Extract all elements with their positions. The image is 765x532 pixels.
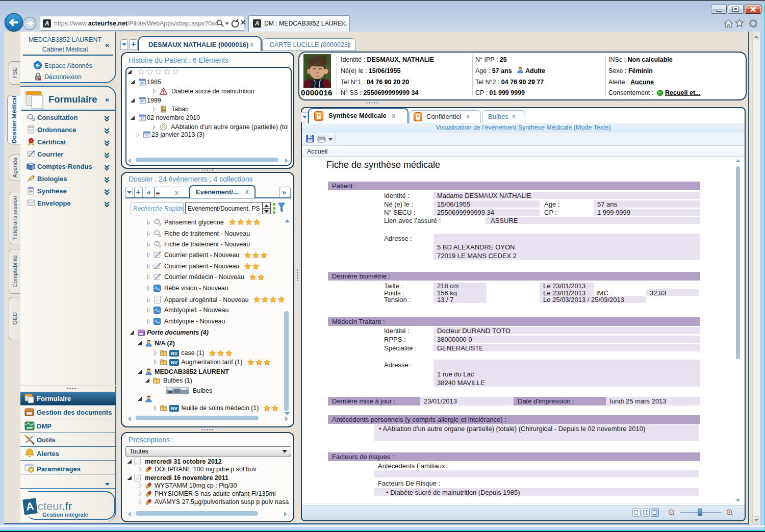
svg-text:DMP: DMP [27,426,33,429]
